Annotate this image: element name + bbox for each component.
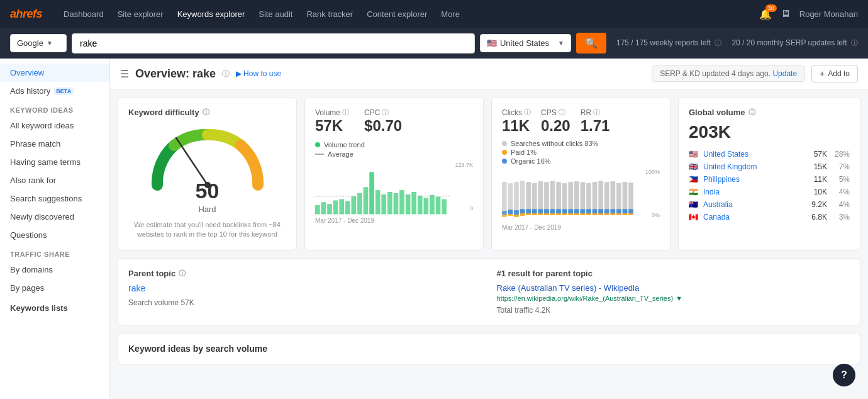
sidebar-item-ads-history[interactable]: Ads history BETA: [0, 82, 109, 100]
rr-info-icon[interactable]: ⓘ: [593, 108, 600, 117]
sidebar-item-search-suggestions[interactable]: Search suggestions: [0, 189, 109, 208]
sidebar-section-keywords-lists[interactable]: Keywords lists: [0, 297, 109, 319]
global-volume-value: 203K: [689, 122, 850, 142]
svg-rect-8: [352, 196, 357, 215]
sidebar-item-by-domains[interactable]: By domains: [0, 261, 109, 279]
expand-icon[interactable]: ▼: [676, 295, 682, 302]
keyword-ideas-section: Keyword ideas by search volume: [118, 333, 860, 364]
country-name-au[interactable]: Australia: [703, 200, 800, 209]
country-row-in: 🇮🇳 India 10K 4%: [689, 188, 850, 196]
svg-rect-57: [562, 209, 567, 213]
avg-line: [315, 154, 324, 155]
plus-icon: +: [820, 69, 825, 79]
svg-rect-59: [568, 213, 573, 215]
global-volume-info-icon[interactable]: ⓘ: [748, 108, 755, 117]
overview-title: Overview: rake: [135, 67, 216, 81]
ads-history-label: Ads history: [10, 86, 50, 96]
flag-ph: 🇵🇭: [689, 175, 698, 184]
clicks-chart-max: 100%: [645, 169, 660, 175]
svg-rect-60: [568, 209, 573, 213]
volume-value: 57K: [315, 117, 349, 135]
kd-note: We estimate that you'll need backlinks f…: [128, 220, 286, 240]
add-to-button[interactable]: + Add to: [811, 65, 858, 82]
help-icon[interactable]: ⓘ: [222, 69, 230, 79]
svg-rect-7: [345, 201, 350, 214]
user-name[interactable]: Roger Monahan: [799, 9, 858, 19]
country-name-us[interactable]: United States: [703, 150, 800, 159]
kd-card-title: Keyword difficulty ⓘ: [128, 108, 286, 117]
nav-link-site-explorer[interactable]: Site explorer: [111, 6, 170, 23]
nav-link-site-audit[interactable]: Site audit: [252, 6, 299, 23]
svg-rect-49: [550, 181, 555, 214]
monitor-icon[interactable]: 🖥: [781, 8, 791, 20]
nav-link-keywords-explorer[interactable]: Keywords explorer: [171, 6, 252, 23]
parent-topic-info-icon[interactable]: ⓘ: [179, 269, 186, 278]
svg-rect-79: [611, 181, 616, 214]
svg-rect-89: [628, 213, 633, 215]
country-name-ca[interactable]: Canada: [703, 213, 800, 222]
monthly-serp-info-icon[interactable]: ⓘ: [851, 39, 858, 47]
how-to-use-link[interactable]: ▶ How to use: [236, 69, 281, 78]
nav-link-content-explorer[interactable]: Content explorer: [360, 6, 433, 23]
parent-topic-link[interactable]: rake: [128, 283, 145, 293]
flag-in: 🇮🇳: [689, 188, 698, 196]
svg-rect-25: [502, 182, 507, 215]
sidebar-item-having-same-terms[interactable]: Having same terms: [0, 153, 109, 171]
svg-rect-45: [538, 209, 543, 213]
country-name-in[interactable]: India: [703, 188, 800, 196]
sidebar-section-keyword-ideas: Keyword ideas: [0, 100, 109, 116]
country-name-uk[interactable]: United Kingdom: [703, 162, 800, 171]
nav-link-rank-tracker[interactable]: Rank tracker: [300, 6, 359, 23]
clicks-info-icon[interactable]: ⓘ: [524, 108, 531, 117]
sidebar-item-also-rank-for[interactable]: Also rank for: [0, 171, 109, 189]
help-button[interactable]: ?: [833, 364, 855, 386]
svg-rect-78: [604, 209, 609, 213]
kd-info-icon[interactable]: ⓘ: [203, 108, 209, 117]
pct-ca: 3%: [832, 213, 850, 222]
logo[interactable]: ahrefs: [10, 8, 42, 21]
result-link[interactable]: Rake (Australian TV series) - Wikipedia: [497, 283, 640, 293]
notification-icon[interactable]: 🔔 30: [759, 8, 772, 20]
weekly-reports-info-icon[interactable]: ⓘ: [715, 39, 721, 47]
nav-links: Dashboard Site explorer Keywords explore…: [57, 6, 466, 23]
volume-label: Volume: [315, 108, 340, 117]
sidebar-item-all-keyword-ideas[interactable]: All keyword ideas: [0, 116, 109, 135]
search-input[interactable]: [72, 33, 475, 53]
sidebar-item-questions[interactable]: Questions: [0, 226, 109, 244]
parent-topic-search-volume: Search volume 57K: [128, 298, 482, 307]
cpc-info-icon[interactable]: ⓘ: [382, 108, 389, 117]
svg-rect-23: [442, 199, 447, 214]
sidebar-item-newly-discovered[interactable]: Newly discovered: [0, 208, 109, 226]
chart-min-label: 0: [470, 205, 473, 211]
svg-rect-36: [520, 209, 525, 213]
clicks-label: Clicks: [502, 108, 522, 117]
svg-rect-17: [406, 194, 411, 215]
svg-rect-26: [502, 215, 507, 217]
search-button[interactable]: 🔍: [576, 33, 606, 53]
country-row-uk: 🇬🇧 United Kingdom 15K 7%: [689, 162, 850, 171]
cps-value: 0.20: [541, 117, 570, 135]
sidebar-item-phrase-match[interactable]: Phrase match: [0, 135, 109, 153]
sidebar-item-overview[interactable]: Overview: [0, 64, 109, 82]
svg-rect-35: [520, 213, 525, 216]
volume-in: 10K: [805, 188, 827, 196]
global-volume-title: Global volume ⓘ: [689, 108, 850, 117]
svg-rect-27: [502, 211, 507, 215]
result-url[interactable]: https://en.wikipedia.org/wiki/Rake_(Aust…: [497, 295, 674, 302]
nav-link-more[interactable]: More: [435, 6, 466, 23]
engine-selector[interactable]: Google ▼: [10, 34, 67, 52]
update-link[interactable]: Update: [772, 69, 797, 78]
volume-info-icon[interactable]: ⓘ: [342, 108, 349, 117]
paid-dot: [502, 150, 507, 155]
result-title: #1 result for parent topic: [497, 269, 850, 278]
cps-info-icon[interactable]: ⓘ: [559, 108, 565, 117]
sidebar-item-by-pages[interactable]: By pages: [0, 279, 109, 297]
volume-chart-container: 129.7K 0: [315, 162, 473, 222]
flag-uk: 🇬🇧: [689, 162, 698, 171]
search-bar: Google ▼ 🇺🇸 United States ▼ 🔍 175 / 175 …: [0, 28, 868, 59]
organic-dot: [502, 159, 507, 164]
country-name-ph[interactable]: Philippines: [703, 175, 800, 184]
nav-link-dashboard[interactable]: Dashboard: [57, 6, 110, 23]
menu-icon[interactable]: ☰: [120, 68, 129, 80]
country-selector[interactable]: 🇺🇸 United States ▼: [480, 34, 571, 52]
